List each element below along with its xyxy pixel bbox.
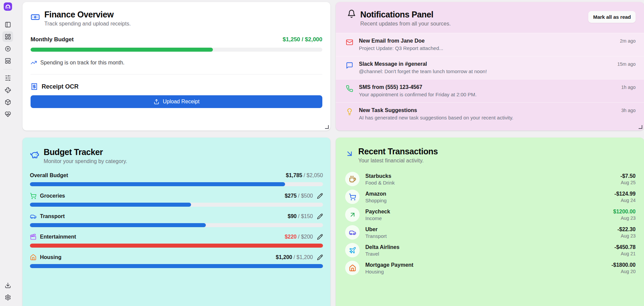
sidebar-item-fan[interactable] [2, 85, 13, 95]
sidebar-item-sliders[interactable] [2, 72, 13, 83]
transaction-row-uber[interactable]: Uber Transport -$22.30 Aug 23 [345, 225, 636, 240]
notification-title: SMS from (555) 123-4567 [359, 84, 621, 91]
car-icon [30, 213, 37, 220]
panel-resize-handle[interactable] [639, 125, 642, 129]
budget-limit: / $2,050 [304, 172, 323, 178]
budget-progress-fill [30, 264, 323, 268]
transactions-subtitle: Your latest financial activity. [358, 157, 438, 164]
pencil-icon [317, 193, 323, 199]
notification-time: 2m ago [620, 38, 636, 44]
sidebar-item-package[interactable] [2, 97, 13, 107]
mail-icon [346, 39, 353, 46]
budget-row-label: Groceries [40, 193, 65, 199]
upload-receipt-button[interactable]: Upload Receipt [31, 95, 322, 108]
transaction-date: Aug 23 [617, 233, 636, 239]
sidebar-item-layout-panels[interactable] [2, 55, 13, 66]
transaction-row-paycheck[interactable]: Paycheck Income $1200.00 Aug 23 [345, 207, 636, 222]
edit-budget-button[interactable] [317, 193, 323, 199]
notifications-panel: Notifications Panel Recent updates from … [336, 2, 644, 131]
notification-title: Slack Message in #general [359, 61, 617, 67]
transaction-amount: -$1800.00 [611, 262, 636, 268]
transaction-date: Aug 21 [614, 251, 636, 256]
notification-desc: @channel: Don't forget the team lunch to… [359, 68, 617, 74]
notification-time: 1h ago [621, 85, 636, 90]
monthly-budget-value: $1,250 / $2,000 [283, 36, 322, 43]
transaction-amount: -$7.50 [620, 173, 636, 179]
transaction-row-delta[interactable]: Delta Airlines Travel -$450.78 Aug 21 [345, 243, 636, 257]
panel-left-icon [5, 21, 11, 28]
transaction-name: Mortgage Payment [365, 262, 611, 268]
arrow-up-right-icon [349, 211, 356, 218]
piggy-bank-icon [30, 150, 39, 159]
house-icon [30, 254, 37, 261]
budget-progress-fill [30, 223, 206, 227]
edit-budget-button[interactable] [317, 213, 323, 219]
notification-time: 15m ago [617, 61, 636, 67]
shopping-cart-icon [349, 193, 356, 201]
budget-progressbar [30, 182, 323, 186]
transaction-row-mortgage[interactable]: Mortgage Payment Housing -$1800.00 Aug 2… [345, 261, 636, 275]
recent-transactions-panel: Recent Transactions Your latest financia… [336, 138, 644, 306]
transaction-name: Paycheck [365, 208, 613, 215]
budget-limit: / $200 [298, 234, 313, 240]
mark-all-read-button[interactable]: Mark all as read [588, 11, 636, 23]
app-root: { "theme": { "page_bg": "#f1f0f2", "fina… [0, 0, 644, 306]
sidebar-item-heart-pulse[interactable] [2, 109, 13, 119]
sidebar [0, 0, 15, 306]
transaction-name: Starbucks [365, 173, 620, 179]
banknote-icon [31, 12, 40, 22]
sidebar-item-panel-left[interactable] [2, 19, 13, 30]
transaction-date: Aug 23 [613, 215, 636, 221]
budget-progressbar [30, 264, 323, 268]
sidebar-item-dashboard[interactable] [2, 31, 13, 42]
budget-spent: $1,200 [276, 254, 292, 260]
coffee-icon [349, 175, 356, 183]
notification-row-sms[interactable]: SMS from (555) 123-4567 Your appointment… [336, 79, 644, 102]
transaction-avatar [345, 261, 360, 275]
budget-progressbar [30, 223, 323, 227]
transaction-avatar [345, 172, 360, 186]
budget-subtitle: Monitor your spending by category. [44, 158, 127, 164]
transaction-row-starbucks[interactable]: Starbucks Food & Drink -$7.50 Aug 25 [345, 172, 636, 186]
sidebar-item-download[interactable] [2, 280, 13, 291]
budget-progressbar [30, 203, 323, 207]
download-icon [5, 282, 11, 289]
heart-pulse-icon [5, 111, 11, 117]
shopping-cart-icon [30, 193, 37, 199]
pencil-icon [317, 234, 323, 240]
house-icon [349, 264, 356, 272]
notification-title: New Email from Jane Doe [359, 38, 620, 44]
transaction-category: Shopping [365, 198, 614, 203]
transaction-row-amazon[interactable]: Amazon Shopping -$124.99 Aug 24 [345, 190, 636, 204]
upload-icon [153, 99, 159, 105]
panel-resize-handle[interactable] [325, 125, 329, 129]
notification-desc: Project Update: Q3 Report attached... [359, 45, 620, 51]
transaction-amount: -$124.99 [614, 191, 636, 197]
notification-desc: Your appointment is confirmed for Friday… [359, 92, 621, 98]
message-icon [346, 62, 353, 69]
notification-row-tasks[interactable]: New Task Suggestions AI has generated ne… [336, 102, 644, 125]
transaction-name: Uber [365, 226, 617, 233]
phone-icon [346, 85, 353, 92]
transaction-amount: -$450.78 [614, 244, 636, 250]
sidebar-divider [3, 69, 12, 69]
budget-row-label: Transport [40, 213, 65, 219]
notification-row-email[interactable]: New Email from Jane Doe Project Update: … [336, 33, 644, 56]
budget-progressbar [30, 244, 323, 248]
notification-row-slack[interactable]: Slack Message in #general @channel: Don'… [336, 56, 644, 79]
transaction-avatar [345, 207, 360, 222]
edit-budget-button[interactable] [317, 234, 323, 240]
sidebar-item-add[interactable] [2, 43, 13, 54]
budget-limit: / $150 [298, 213, 313, 219]
transaction-avatar [345, 243, 360, 257]
settings-gear-icon [5, 294, 11, 301]
monthly-budget-progress-fill [31, 48, 213, 52]
sidebar-item-settings[interactable] [2, 292, 13, 303]
budget-spent: $1,785 [286, 172, 302, 178]
budget-tracker-panel: Budget Tracker Monitor your spending by … [22, 138, 330, 306]
monthly-budget-progressbar [31, 48, 322, 52]
arrow-down-right-icon [345, 149, 354, 158]
app-logo-icon[interactable] [3, 2, 12, 11]
package-icon [5, 99, 11, 105]
edit-budget-button[interactable] [317, 254, 323, 260]
